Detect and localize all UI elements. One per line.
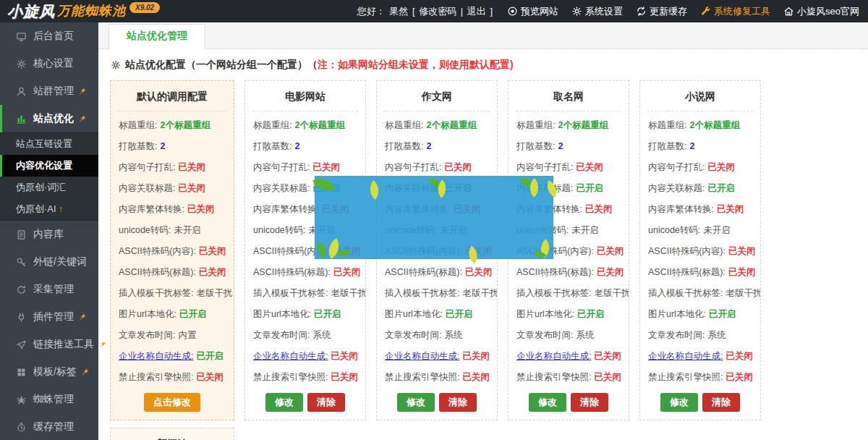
sidebar-item-plugin-manage[interactable]: 插件管理 bbox=[0, 303, 98, 331]
header-menu-update-cache[interactable]: 更新缓存 bbox=[636, 5, 687, 18]
config-row-label: 内容句子打乱: bbox=[385, 162, 441, 172]
sidebar-item-link-push-tools[interactable]: 链接推送工具 bbox=[0, 331, 98, 358]
gear-icon bbox=[571, 6, 582, 17]
logo-main-text: 小旋风 bbox=[7, 1, 55, 22]
modify-button[interactable]: 修改 bbox=[397, 393, 435, 412]
header-menu-preview-site[interactable]: 预览网站 bbox=[507, 5, 558, 18]
config-row-value: 已关闭 bbox=[726, 372, 753, 382]
key-icon bbox=[16, 257, 27, 268]
config-row-value: 已开启 bbox=[196, 351, 224, 361]
config-row: 标题重组:2个标题重组 bbox=[245, 115, 365, 136]
clear-button[interactable]: 清除 bbox=[702, 393, 740, 412]
config-row-label[interactable]: 企业名称自动生成: bbox=[253, 351, 328, 361]
sidebar-item-core-settings[interactable]: 核心设置 bbox=[0, 50, 98, 77]
config-row-value: 老版干扰 bbox=[196, 288, 232, 298]
config-row-label: 打散基数: bbox=[385, 141, 423, 151]
submenu-item-content-optimize[interactable]: 内容优化设置 bbox=[0, 155, 98, 177]
sidebar-item-external-links[interactable]: 外链/关键词 bbox=[0, 248, 98, 276]
sidebar-item-content-library[interactable]: 内容库 bbox=[0, 221, 98, 248]
config-row: 打散基数:2 bbox=[377, 136, 497, 157]
watermark-overlay bbox=[315, 176, 553, 259]
clock-icon bbox=[16, 422, 27, 433]
config-row-value: 2 bbox=[160, 141, 165, 151]
config-row: 内容关联标题:已关闭 bbox=[111, 178, 234, 199]
logo-sub-text: 万能蜘蛛池 bbox=[57, 1, 126, 22]
config-row-label: ASCII特殊码(标题): bbox=[648, 267, 726, 277]
config-row-label: 图片url本地化: bbox=[119, 309, 176, 319]
chart-icon bbox=[16, 114, 27, 124]
config-row: 图片url本地化:已开启 bbox=[245, 304, 365, 325]
modify-button[interactable]: 修改 bbox=[660, 393, 698, 412]
sync-icon bbox=[16, 284, 27, 295]
config-row: 禁止搜索引擎快照:已关闭 bbox=[377, 367, 497, 388]
config-row-value: 2 bbox=[426, 141, 431, 151]
tab-site-optimize-management[interactable]: 站点优化管理 bbox=[109, 24, 205, 49]
pin-icon bbox=[78, 115, 86, 123]
sidebar-item-label: 采集管理 bbox=[33, 283, 74, 296]
config-row-label: 禁止搜索引擎快照: bbox=[385, 372, 459, 382]
config-row: 内容句子打乱:已关闭 bbox=[377, 157, 497, 178]
config-row: 内容句子打乱:已关闭 bbox=[509, 157, 629, 178]
modify-button[interactable]: 修改 bbox=[265, 393, 303, 412]
clear-button[interactable]: 清除 bbox=[307, 393, 345, 412]
config-row-value: 未开启 bbox=[571, 225, 599, 235]
sidebar-item-label: 链接推送工具 bbox=[33, 338, 94, 351]
config-row: 标题重组:2个标题重组 bbox=[111, 115, 234, 136]
config-row-label: 禁止搜索引擎快照: bbox=[648, 372, 723, 382]
config-row-value: 已关闭 bbox=[707, 162, 735, 172]
sidebar-item-cache-manage[interactable]: 缓存管理 bbox=[0, 413, 98, 440]
submenu-item-pseudo-original-words[interactable]: 伪原创·词汇 bbox=[0, 177, 98, 198]
modify-button[interactable]: 修改 bbox=[529, 393, 566, 412]
home-icon bbox=[783, 6, 794, 17]
clear-button[interactable]: 清除 bbox=[571, 393, 608, 412]
submenu-item-pseudo-original-ai[interactable]: 伪原创·AI↑ bbox=[0, 198, 98, 220]
config-row-label: 插入模板干扰标签: bbox=[253, 288, 328, 298]
config-row-value: 2个标题重组 bbox=[689, 120, 739, 130]
config-row-label[interactable]: 企业名称自动生成: bbox=[516, 351, 591, 361]
header-menu-official-site[interactable]: 小旋风seo官网 bbox=[783, 5, 859, 18]
sidebar-item-template-tags[interactable]: 模板/标签 bbox=[0, 358, 98, 386]
config-row: 企业名称自动生成:已开启 bbox=[111, 346, 234, 367]
config-card-novel: 小说网标题重组:2个标题重组打散基数:2内容句子打乱:已关闭内容关联标题:已开启… bbox=[639, 80, 761, 420]
logout-link[interactable]: 退出 bbox=[467, 6, 486, 17]
user-info: 您好： 果然 [ 修改密码 | 退出 ] bbox=[357, 5, 494, 18]
submenu-item-site-interlink[interactable]: 站点互链设置 bbox=[0, 133, 98, 155]
click-modify-button[interactable]: 点击修改 bbox=[144, 393, 200, 412]
config-row-value: 2 bbox=[689, 141, 694, 151]
config-row-label[interactable]: 企业名称自动生成: bbox=[385, 351, 459, 361]
header-menu-label: 系统修复工具 bbox=[714, 5, 770, 18]
clear-button[interactable]: 清除 bbox=[439, 393, 477, 412]
config-row: 禁止搜索引擎快照:已关闭 bbox=[640, 367, 760, 388]
app-logo[interactable]: 小旋风 万能蜘蛛池 X9.02 bbox=[0, 1, 160, 22]
card-actions: 点击修改 bbox=[111, 388, 234, 420]
card-title: 小说网 bbox=[640, 81, 760, 111]
config-row-label: 打散基数: bbox=[253, 141, 292, 151]
notice-title: 站点优化配置（一个网站分组一个配置）（ bbox=[125, 59, 318, 72]
sidebar-item-site-optimize[interactable]: 站点优化 bbox=[0, 105, 98, 132]
config-row-label: 插入模板干扰标签: bbox=[648, 288, 723, 298]
sidebar-item-label: 内容库 bbox=[33, 228, 64, 241]
notice-warning: 注：如果网站分组未设置，则使用默认配置) bbox=[318, 59, 514, 72]
sidebar-item-dashboard[interactable]: 后台首页 bbox=[0, 22, 98, 50]
config-row: 禁止搜索引擎快照:已关闭 bbox=[509, 367, 629, 388]
config-row: 文章发布时间:内置 bbox=[111, 325, 234, 346]
config-row-label: 图片url本地化: bbox=[516, 309, 574, 319]
config-row-value: 已关闭 bbox=[333, 267, 361, 277]
version-badge: X9.02 bbox=[129, 2, 160, 13]
sidebar-item-spider-manage[interactable]: 蜘蛛管理 bbox=[0, 386, 98, 413]
config-row-label: 内容句子打乱: bbox=[253, 162, 310, 172]
card-divider bbox=[384, 111, 490, 111]
config-row-label[interactable]: 企业名称自动生成: bbox=[119, 351, 193, 361]
config-row: 企业名称自动生成:已关闭 bbox=[509, 346, 629, 367]
config-row: 内容句子打乱:已关闭 bbox=[640, 157, 760, 178]
config-row-label[interactable]: 企业名称自动生成: bbox=[648, 351, 723, 361]
config-row-value: 已关闭 bbox=[312, 162, 340, 172]
header-menu-repair-tools[interactable]: 系统修复工具 bbox=[700, 5, 770, 18]
header-menu-system-settings[interactable]: 系统设置 bbox=[571, 5, 623, 18]
config-row: 图片url本地化:已开启 bbox=[111, 304, 234, 325]
config-row: 图片url本地化:已开启 bbox=[509, 304, 629, 325]
card-divider bbox=[516, 111, 621, 111]
sidebar-item-site-group[interactable]: 站群管理 bbox=[0, 77, 98, 105]
change-password-link[interactable]: 修改密码 bbox=[419, 6, 456, 17]
sidebar-item-collect-manage[interactable]: 采集管理 bbox=[0, 276, 98, 303]
